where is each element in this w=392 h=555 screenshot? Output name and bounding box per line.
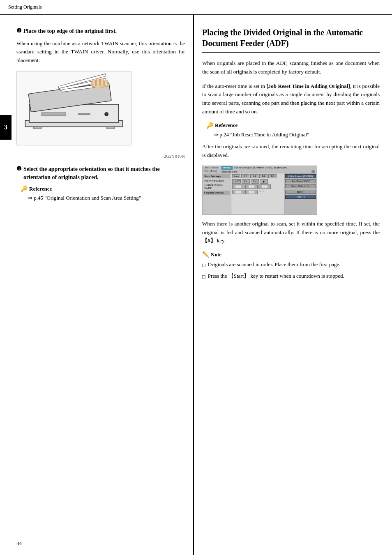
note-text-2: Press the 【Start】 key to restart when a … [208,272,344,280]
step2-header: ❷ Place the top edge of the original fir… [16,27,185,35]
ui-cell-auto: Auto [232,174,240,178]
content-area: ❷ Place the top edge of the original fir… [0,15,392,555]
ui-counter: 0 [311,170,316,173]
right-reference-title: 🔑 Reference [206,122,380,129]
step2-text: Place the top edge of the original first… [23,27,117,35]
note-title: ✏️ Note [202,251,380,258]
section-title: Placing the Divided Original in the Auto… [202,27,380,53]
ui-cell-ltr: Ltr [242,179,250,184]
ui-orient-4: ⬜⬜ [232,190,244,194]
right-para3: After the originals are scanned, the rem… [202,143,380,160]
ui-right-panel: Color Scanner (TWAIN) AutoDetect SADF Se… [284,173,317,214]
scanner-illustration [17,72,131,145]
note-text-1: Originals are scanned in order. Place th… [208,260,341,269]
svg-rect-7 [92,79,96,87]
ui-cell-a4: A4 [250,174,258,178]
para4-end: key. [216,237,226,244]
note-bullet-1: □ [202,261,205,269]
left-column: ❷ Place the top edge of the original fir… [0,15,193,555]
ui-right-btn3: Select Color to F... [285,184,316,188]
ui-right-btn2: AutoDetect SADF [285,179,316,183]
svg-point-12 [104,112,108,116]
ui-right-btn5: Time 4 s [285,195,316,199]
ui-orient-1: ⬜⬜ [232,184,244,189]
right-para4: When there is another original to scan, … [202,220,380,245]
ui-orient-5: ⬜⬜ [245,190,258,194]
note-label: Note [211,251,221,258]
step3-header: ❸ Select the appropriate orientation so … [16,165,185,181]
svg-rect-14 [33,126,42,129]
header-title: Setting Originals [8,4,42,10]
ui-cell-legal: Lgl [251,179,259,184]
note-bullet-2: □ [202,273,205,281]
right-reference: 🔑 Reference ⇒ p.24 "Job Reset Time in Ad… [206,122,380,139]
reference-icon: 🔑 [21,185,28,192]
step3-reference-title: 🔑 Reference [21,185,185,192]
svg-rect-11 [42,113,66,116]
note-item-2: □ Press the 【Start】 key to restart when … [202,272,380,281]
ui-size-row: Auto A3 A4 B4 B5 11×17 Ltr Lgl ▶ [232,174,283,184]
note-block: ✏️ Note □ Originals are scanned in order… [202,251,380,281]
ui-status-text: Set next original(s) within 5(sec), or p… [234,166,287,169]
right-column: Placing the Divided Original in the Auto… [193,15,392,555]
svg-rect-13 [78,113,90,115]
ui-right-btn1: Color Scanner (TWAIN) [285,174,316,178]
ui-cell-a3: A3 [241,174,249,178]
svg-rect-8 [96,78,99,86]
ui-cell-11x17: 11×17 [232,179,241,184]
ui-orient-2: ⬜⬜ [245,184,258,189]
step3-reference: 🔑 Reference ⇒ p.45 "Original Orientation… [21,185,185,202]
step3-number: ❸ [16,165,22,172]
para2-start: If the auto-reset time is set in [202,83,267,89]
step2-body: When using the machine as a network TWAI… [16,39,185,65]
svg-rect-9 [100,79,104,86]
ui-paper-original: Paper (Originals) [203,179,230,183]
ui-right-btn4: Prev(1) [285,190,316,194]
ui-ready-badge: Ready [221,166,233,170]
ui-orient-row: ⬜⬜ ⬜⬜ ⬜⬜ ⬜⬜ ⬜⬜ 1/1 [232,184,283,194]
ui-screenshot: All Sp.Auto DetectText [Fine]Mix Mag Rea… [202,166,317,215]
para4-start: When there is another original to scan, … [202,221,380,235]
ui-original-settings: Original Settings [203,191,230,195]
ui-scan-settings: Scan Settings [203,174,230,178]
ui-cell-b4: B4 [259,174,267,178]
right-reference-text: ⇒ p.24 "Job Reset Time in Adding Origina… [214,131,380,139]
ui-main-panel: Auto A3 A4 B4 B5 11×17 Ltr Lgl ▶ [231,173,284,214]
right-para2: If the auto-reset time is set in [Job Re… [202,82,380,116]
svg-rect-15 [106,126,115,129]
ui-top-bar: All Sp.Auto DetectText [Fine]Mix Mag Rea… [203,166,317,173]
ui-memory: Memory 58% [221,170,238,173]
ui-page-count: 1/1 [260,190,264,194]
right-reference-icon: 🔑 [206,122,213,129]
para2-bold: [Job Reset Time in Adding Original] [267,83,350,89]
svg-rect-10 [104,80,108,87]
note-item-1: □ Originals are scanned in order. Place … [202,260,380,269]
header-bar: Setting Originals [0,0,392,15]
scanner-image [16,71,131,145]
ui-cell-b5: B5 [268,174,277,178]
right-para1: When originals are placed in the ADF, sc… [202,59,380,76]
step3-text: Select the appropriate orientation so th… [23,165,185,181]
ui-cell-more: ▶ [260,179,268,184]
image-caption: 2G2Y010N [16,154,185,159]
ui-orient-3: ⬜⬜ [258,184,271,189]
para4-bold: 【#】 [202,237,216,244]
step3-reference-text: ⇒ p.45 "Original Orientation and Scan Ar… [28,194,185,202]
page-container: Setting Originals 3 ❷ Place the top edge… [0,0,392,555]
right-reference-label: Reference [215,122,238,129]
reference-label: Reference [29,186,52,192]
ui-sided-original: 1 Sided Original SADF [203,183,230,190]
note-icon: ✏️ [202,251,209,258]
ui-inner: All Sp.Auto DetectText [Fine]Mix Mag Rea… [203,166,317,214]
ui-body: Scan Settings Paper (Originals) 1 Sided … [203,173,317,214]
step2-number: ❷ [16,27,22,34]
ui-left-panel: Scan Settings Paper (Originals) 1 Sided … [203,173,231,214]
page-number: 44 [16,540,22,547]
